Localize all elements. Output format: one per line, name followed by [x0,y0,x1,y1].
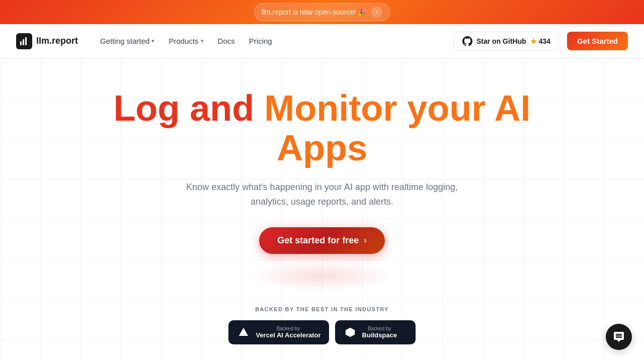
hero-subtitle: Know exactly what's happening in your AI… [171,180,473,209]
nav-label-pricing: Pricing [249,37,272,45]
backer-vercel-label: Backed by [256,326,320,331]
svg-rect-1 [23,39,24,45]
announcement-arrow-icon: › [371,7,382,18]
buildspace-icon [343,325,357,339]
chevron-down-icon-getting-started: ▾ [151,38,154,44]
star-badge: ★ 434 [530,37,550,45]
nav-item-getting-started[interactable]: Getting started ▾ [94,33,160,49]
announcement-banner: llm.report is now open-source! 🎉 › [0,0,644,24]
nav-label-docs: Docs [218,37,235,45]
backer-badge-buildspace: Backed by Buildspace [335,320,416,344]
logo-svg [19,36,29,46]
backer-badge-buildspace-text: Backed by Buildspace [362,326,397,339]
hero-title-part2: Monitor your AI Apps [264,88,530,168]
vercel-icon [236,325,251,339]
cta-glow [247,261,397,291]
backed-by-label: BACKED BY THE BEST IN THE INDUSTRY [255,306,389,312]
backer-badge-vercel: Backed by Vercel AI Accelerator [228,320,329,344]
nav-label-products: Products [169,37,198,45]
svg-rect-2 [25,37,27,45]
announcement-pill[interactable]: llm.report is now open-source! 🎉 › [254,3,390,21]
github-star-button[interactable]: Star on GitHub ★ 434 [454,32,559,51]
hero-cta-button[interactable]: Get started for free › [259,227,384,254]
hero-title-part1: Log and [113,88,264,128]
hero-cta-arrow-icon: › [364,236,366,245]
svg-marker-3 [345,328,354,337]
github-star-count: 434 [539,37,550,45]
nav-item-products[interactable]: Products ▾ [163,33,209,49]
get-started-button[interactable]: Get Started [567,32,628,50]
backed-by-section: BACKED BY THE BEST IN THE INDUSTRY Backe… [228,306,415,344]
nav-item-pricing[interactable]: Pricing [243,33,278,49]
hero-section: Log and Monitor your AI Apps Know exactl… [0,58,644,362]
backer-buildspace-label: Backed by [362,326,397,331]
nav-links: Getting started ▾ Products ▾ Docs Pricin… [94,33,454,49]
github-icon [462,36,472,46]
backer-buildspace-name: Buildspace [362,331,397,339]
announcement-text: llm.report is now open-source! 🎉 [262,8,366,16]
logo-text: llm.report [36,36,78,46]
nav-item-docs[interactable]: Docs [212,33,241,49]
svg-rect-0 [20,41,22,45]
navbar: llm.report Getting started ▾ Products ▾ … [0,24,644,58]
backer-badge-vercel-text: Backed by Vercel AI Accelerator [256,326,320,339]
hero-title: Log and Monitor your AI Apps [96,88,548,168]
logo-link[interactable]: llm.report [16,33,78,49]
chat-bubble-button[interactable] [606,324,632,350]
backer-badges: Backed by Vercel AI Accelerator Backed b… [228,320,415,344]
hero-cta-label: Get started for free [277,235,359,246]
main-content: Log and Monitor your AI Apps Know exactl… [0,58,644,362]
star-icon: ★ [530,37,537,45]
backer-vercel-name: Vercel AI Accelerator [256,331,320,339]
chat-icon [613,331,625,343]
github-button-label: Star on GitHub [476,37,526,45]
nav-label-getting-started: Getting started [100,37,149,45]
chevron-down-icon-products: ▾ [201,38,204,44]
logo-icon [16,33,32,49]
